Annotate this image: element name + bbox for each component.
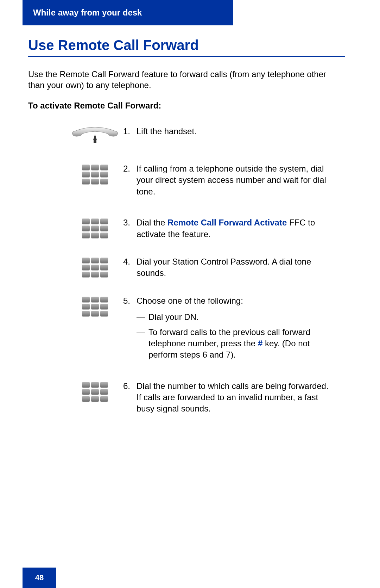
sub-item: — Dial your DN. (137, 311, 331, 323)
page-number: 48 (23, 568, 56, 588)
step-text: Dial your Station Control Password. A di… (137, 256, 345, 279)
sub-list: — Dial your DN. — To forward calls to th… (137, 311, 331, 361)
sub-item: — To forward calls to the previous call … (137, 327, 331, 361)
intro-paragraph: Use the Remote Call Forward feature to f… (28, 69, 345, 91)
keypad-icon (82, 382, 108, 402)
keypad-icon (82, 218, 108, 238)
document-page: While away from your desk Use Remote Cal… (0, 0, 380, 588)
step-text-pre: Dial the (137, 218, 167, 227)
header-bar: While away from your desk (23, 0, 233, 25)
step-item: 3. Dial the Remote Call Forward Activate… (67, 217, 345, 240)
step-item: 6. Dial the number to which calls are be… (67, 380, 345, 415)
step-number: 2. (123, 163, 137, 197)
page-title: Use Remote Call Forward (28, 37, 345, 57)
keypad-icon (82, 297, 108, 316)
procedure-heading: To activate Remote Call Forward: (28, 101, 161, 111)
step-item: 5. Choose one of the following: — Dial y… (67, 295, 345, 361)
section-title: While away from your desk (33, 8, 142, 18)
keypad-icon (82, 165, 108, 184)
step-text: Dial the Remote Call Forward Activate FF… (137, 217, 345, 240)
step-number: 4. (123, 256, 137, 279)
sub-item-text: Dial your DN. (148, 311, 199, 323)
handset-icon (69, 124, 121, 143)
step-item: 4. Dial your Station Control Password. A… (67, 256, 345, 279)
feature-term: Remote Call Forward Activate (167, 218, 287, 227)
step-item: 2. If calling from a telephone outside t… (67, 163, 345, 197)
keypad-icon (82, 258, 108, 277)
steps-list: 1. Lift the handset. 2. If calling from … (67, 126, 345, 434)
step-text: Choose one of the following: — Dial your… (137, 295, 345, 361)
step-number: 5. (123, 295, 137, 361)
step-number: 6. (123, 380, 137, 415)
step-text: If calling from a telephone outside the … (137, 163, 345, 197)
step-number: 3. (123, 217, 137, 240)
step-item: 1. Lift the handset. (67, 126, 345, 143)
step-number: 1. (123, 126, 137, 137)
step-text: Lift the handset. (137, 126, 345, 137)
sub-item-text: To forward calls to the previous call fo… (148, 327, 331, 361)
step-text: Dial the number to which calls are being… (137, 380, 345, 415)
key-term: # (258, 339, 262, 348)
